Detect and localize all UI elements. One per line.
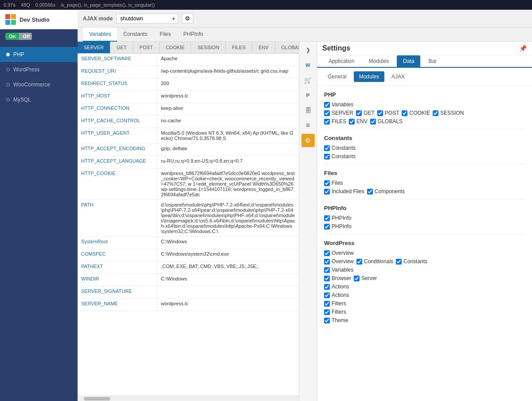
table-row: COMSPECC:\Windows\system32\cmd.exe	[78, 249, 299, 261]
pin-icon: 📌	[519, 45, 527, 52]
files-section-title: Files	[324, 170, 525, 176]
cb-server[interactable]: SERVER	[324, 110, 353, 116]
var-key: PATHEXT	[78, 261, 157, 273]
var-value: Apache	[157, 54, 299, 66]
tab-constants[interactable]: Constants	[117, 27, 153, 42]
sidebar-item-label: MySQL	[13, 97, 31, 103]
settings-tab-modules[interactable]: Modules	[363, 55, 395, 67]
sidebar-item-dot	[6, 83, 10, 86]
scroll-indicator[interactable]	[78, 396, 299, 401]
sidebar-item-mysql[interactable]: MySQL	[0, 92, 78, 107]
var-value: keep-alive	[157, 103, 299, 115]
tab-files[interactable]: Files	[153, 27, 177, 42]
sidebar-item-wordpress[interactable]: WordPress	[0, 62, 78, 77]
cb-constants-sub[interactable]: Constants	[324, 153, 356, 160]
settings-tab-application[interactable]: Application	[322, 55, 361, 67]
cb-phpinfo-sub[interactable]: PHPInfo	[324, 223, 352, 230]
cb-post[interactable]: POST	[377, 110, 399, 116]
var-value: wordpress_b8672f6694afadf7e5dcc0e0820e0 …	[157, 168, 299, 199]
cb-actions-main[interactable]: Actions	[324, 284, 349, 290]
cb-get[interactable]: GET	[356, 110, 375, 116]
cb-actions[interactable]: Actions	[324, 292, 349, 298]
cb-session[interactable]: SESSION	[433, 110, 464, 116]
cb-files-main[interactable]: Files	[324, 180, 343, 186]
tab-variables[interactable]: Variables	[83, 27, 117, 42]
sidebar-item-woocommerce[interactable]: WooCommerce	[0, 77, 78, 92]
cb-components[interactable]: Components	[367, 188, 405, 195]
php-section-title: PHP	[324, 91, 525, 98]
cb-wp-overview-main[interactable]: Overview	[324, 250, 354, 256]
var-key: HTTP_COOKIE	[78, 168, 157, 199]
lines-icon-btn[interactable]: ≡	[301, 119, 315, 132]
sub-settings-tab-general[interactable]: General	[322, 71, 352, 82]
sub-settings-tab-ajax[interactable]: AJAX	[386, 71, 410, 82]
subtab-get[interactable]: GET	[110, 42, 133, 53]
cb-files[interactable]: FILES	[324, 118, 346, 125]
cb-overview[interactable]: Overview	[324, 258, 354, 265]
sidebar-item-dot	[6, 98, 10, 101]
cb-server-wp[interactable]: Server	[354, 275, 377, 281]
expand-button[interactable]: ❯	[301, 43, 315, 57]
subtab-env[interactable]: ENV	[252, 42, 275, 53]
db-icon-btn[interactable]: 🗄	[301, 104, 315, 117]
php-variables-checkbox[interactable]: Variables	[324, 101, 353, 108]
var-value	[157, 286, 299, 298]
subtab-cookie[interactable]: COOKIE	[160, 42, 192, 53]
top-bar: 0.97s 48Q 0.00566s is_page(), is_page_te…	[0, 0, 532, 10]
cb-phpinfo-main[interactable]: PHPInfo	[324, 215, 352, 221]
sidebar-item-label: PHP	[13, 51, 24, 58]
content-split: SERVER GET POST COOKIE SESSION FILES ENV…	[78, 42, 532, 401]
var-value: no-cache	[157, 116, 299, 128]
cb-included-files[interactable]: Included Files	[324, 188, 364, 195]
cb-constants-main[interactable]: Constants	[324, 145, 356, 151]
cb-filters[interactable]: Filters	[324, 309, 346, 315]
var-key: HTTP_USER_AGENT	[78, 128, 157, 143]
cart-icon-btn[interactable]: 🛒	[301, 74, 315, 87]
subtab-post[interactable]: POST	[133, 42, 160, 53]
cb-filters-main[interactable]: Filters	[324, 300, 346, 307]
gear-icon-btn[interactable]: ⚙	[301, 134, 315, 147]
var-value: .COM;.EXE;.BAT;.CMD;.VBS;.VBE;.JS;.JSE;.	[157, 261, 299, 273]
subtab-session[interactable]: SESSION	[191, 42, 226, 53]
wp-overview-main-row: Overview	[324, 250, 525, 256]
settings-tab-bar[interactable]: Bar	[422, 55, 443, 67]
cb-wp-variables-main[interactable]: Variables	[324, 267, 353, 273]
settings-tab-data[interactable]: Data	[397, 55, 420, 67]
sidebar-item-php[interactable]: PHP	[0, 47, 78, 62]
wordpress-icon-btn[interactable]: W	[301, 58, 315, 72]
cb-cookie[interactable]: COOKIE	[402, 110, 430, 116]
tab-phpinfo[interactable]: PHPInfo	[177, 27, 210, 42]
var-value: gzip, deflate	[157, 144, 299, 156]
right-panel: Settings 📌 Application Modules Data Bar …	[317, 42, 532, 401]
subtab-files[interactable]: FILES	[226, 42, 252, 53]
ajax-select-wrapper: shutdown wp_ajax init wp_loaded ▼	[116, 14, 178, 23]
cb-browser[interactable]: Browser	[324, 275, 351, 281]
subtab-globals[interactable]: GLOBALS	[275, 42, 299, 53]
cb-globals[interactable]: GLOBALS	[370, 118, 403, 125]
cb-wp-constants[interactable]: Constants	[396, 258, 427, 265]
php-icon-btn[interactable]: P	[301, 89, 315, 102]
sidebar-item-dot	[6, 68, 10, 71]
toggle-off-button[interactable]: Off	[19, 33, 32, 40]
var-key: HTTP_ACCEPT_ENCODING	[78, 144, 157, 156]
wp-variables-sub-row: Browser Server	[324, 275, 525, 281]
cb-theme-main[interactable]: Theme	[324, 317, 348, 323]
toggle-on-button[interactable]: On	[5, 33, 19, 40]
sidebar-item-dot	[6, 53, 10, 56]
scroll-thumb[interactable]	[84, 397, 110, 401]
sub-tab-bar: SERVER GET POST COOKIE SESSION FILES ENV…	[78, 42, 299, 54]
table-row: HTTP_COOKIEwordpress_b8672f6694afadf7e5d…	[78, 168, 299, 200]
cb-conditionals[interactable]: Conditionals	[356, 258, 393, 265]
query-metric: 48Q	[21, 2, 30, 8]
ajax-settings-button[interactable]: ⚙	[182, 13, 193, 23]
constants-row: Constants	[324, 145, 525, 151]
wp-filters-sub-row: Filters	[324, 309, 525, 315]
var-key: REDIRECT_STATUS	[78, 78, 157, 90]
sub-settings-tab-modules[interactable]: Modules	[354, 71, 384, 82]
subtab-server[interactable]: SERVER	[78, 42, 110, 53]
cb-env[interactable]: ENV	[349, 118, 368, 125]
variable-table: SERVER_SOFTWAREApacheREQUEST_URI/wp-cont…	[78, 54, 299, 396]
main-content: AJAX mode shutdown wp_ajax init wp_loade…	[78, 10, 532, 401]
ajax-mode-select[interactable]: shutdown wp_ajax init wp_loaded	[116, 14, 178, 23]
sidebar-logo: Dev Studio	[0, 10, 78, 29]
